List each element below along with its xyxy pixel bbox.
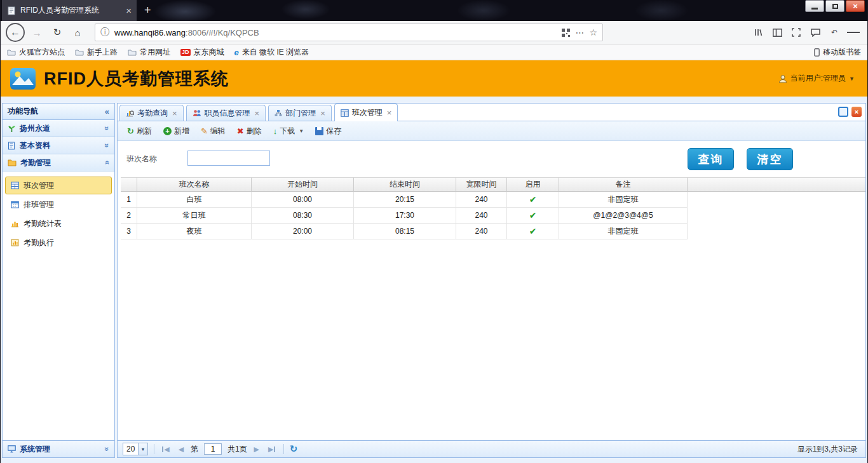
cell-enabled: ✔ — [507, 208, 559, 224]
sidebar-group-attendance[interactable]: 考勤管理 » — [3, 154, 114, 171]
edit-button[interactable]: ✎ 编辑 — [196, 124, 230, 138]
table-row[interactable]: 1 白班 08:00 20:15 240 ✔ 非固定班 — [121, 192, 865, 208]
bookmark-label: 常用网址 — [140, 47, 170, 58]
browser-tab[interactable]: RFID人员考勤管理系统 × — [2, 0, 137, 21]
url-bar[interactable]: ⓘ www.hanqi86.wang:8006/#!/Kq/KQPCB ⋯ ☆ — [95, 23, 603, 41]
enabled-check-icon[interactable]: ✔ — [529, 211, 537, 220]
maximize-panel-icon[interactable] — [838, 107, 848, 117]
site-info-icon[interactable]: ⓘ — [100, 27, 109, 38]
chevron-down-icon: » — [103, 126, 112, 131]
cell-shift-name: 白班 — [137, 192, 252, 208]
tab-close-icon[interactable]: × — [320, 109, 325, 117]
download-button[interactable]: ↓ 下载 ▼ — [269, 124, 308, 138]
sidebar-group-label: 系统管理 — [20, 444, 50, 455]
cell-end-time: 08:15 — [354, 224, 456, 239]
grid-refresh-icon[interactable]: ↻ — [290, 443, 298, 455]
monitor-icon — [8, 445, 16, 453]
sidebar-group-system[interactable]: 系统管理 » — [3, 440, 114, 457]
filter-bar: 班次名称 查询 清空 — [118, 141, 865, 177]
column-header-start-time[interactable]: 开始时间 — [252, 177, 354, 192]
tab-close-icon[interactable]: × — [172, 109, 177, 117]
delete-button[interactable]: ✖ 删除 — [233, 124, 266, 138]
sidebar-items: 班次管理 排班管理 考勤统计表 考勤执行 — [3, 171, 114, 440]
bookmark-item[interactable]: 火狐官方站点 — [7, 47, 65, 58]
data-grid: 班次名称 开始时间 结束时间 宽限时间 启用 备注 1 白班 08:00 20:… — [118, 177, 865, 440]
page-favicon — [7, 6, 16, 15]
next-page-button[interactable]: ▶ — [251, 443, 262, 455]
refresh-icon: ↻ — [127, 127, 134, 135]
home-button[interactable]: ⌂ — [69, 24, 86, 41]
url-host: www.hanqi86.wang — [114, 28, 186, 37]
sidebar-item-attendance-stats[interactable]: 考勤统计表 — [5, 215, 112, 232]
bookmark-item-jd[interactable]: JD 京东商城 — [180, 47, 224, 58]
maximize-button[interactable] — [825, 0, 844, 12]
tab-shift-management[interactable]: 班次管理 × — [334, 104, 398, 121]
add-button[interactable]: + 新增 — [159, 124, 194, 138]
bookmark-item-ie[interactable]: e 来自 微软 IE 浏览器 — [234, 47, 309, 58]
shift-name-input[interactable] — [187, 151, 270, 166]
sidebar-group-yangzhou[interactable]: 扬州永道 » — [3, 120, 114, 137]
bar-chart-icon — [11, 220, 19, 227]
page-number-input[interactable] — [204, 443, 222, 455]
query-button[interactable]: 查询 — [688, 148, 734, 170]
enabled-check-icon[interactable]: ✔ — [529, 195, 537, 204]
table-icon — [341, 109, 349, 117]
sidebar-item-shift-management[interactable]: 班次管理 — [5, 177, 112, 194]
next-icon: ▶ — [268, 445, 273, 453]
sidebar-item-attendance-exec[interactable]: 考勤执行 — [5, 234, 112, 252]
sidebar-collapse-icon[interactable]: « — [105, 107, 109, 116]
bookmarks-bar: 火狐官方站点 新手上路 常用网址 JD 京东商城 e 来自 微软 IE 浏览器 … — [1, 44, 867, 60]
restore-session-icon[interactable]: ↶ — [828, 26, 841, 39]
minimize-button[interactable] — [805, 0, 824, 12]
table-row[interactable]: 2 常日班 08:30 17:30 240 ✔ @1@2@3@4@5 — [121, 208, 865, 224]
tab-close-icon[interactable]: × — [255, 109, 260, 117]
column-header-enabled[interactable]: 启用 — [507, 177, 559, 192]
prev-page-button[interactable]: ◀ — [175, 443, 187, 455]
tab-close-icon[interactable]: × — [126, 6, 132, 15]
app-header: RFID人员考勤管理系统 当前用户:管理员 ▼ — [1, 60, 867, 97]
reload-button[interactable]: ↻ — [49, 24, 65, 41]
enabled-check-icon[interactable]: ✔ — [529, 227, 537, 236]
page-label-pre: 第 — [191, 444, 198, 455]
close-button[interactable]: × — [846, 0, 865, 12]
tab-close-icon[interactable]: × — [387, 109, 392, 117]
back-button[interactable]: ← — [6, 23, 25, 42]
column-header-shift-name[interactable]: 班次名称 — [137, 177, 252, 192]
table-row[interactable]: 3 夜班 20:00 08:15 240 ✔ 非固定班 — [121, 224, 865, 239]
page-actions-icon[interactable]: ⋯ — [575, 27, 584, 37]
first-page-button[interactable]: ◀ — [160, 443, 172, 455]
cell-note: 非固定班 — [559, 192, 688, 208]
user-menu[interactable]: 当前用户:管理员 ▼ — [778, 73, 858, 84]
shift-name-label: 班次名称 — [126, 154, 157, 164]
bookmark-star-icon[interactable]: ☆ — [589, 27, 597, 37]
last-page-button[interactable]: ▶ — [266, 443, 278, 455]
bookmark-item[interactable]: 新手上路 — [75, 47, 118, 58]
tab-attendance-query[interactable]: 考勤查询 × — [119, 105, 184, 121]
mobile-bookmarks[interactable]: 移动版书签 — [814, 47, 861, 58]
sidebar-toggle-icon[interactable] — [771, 26, 783, 39]
messages-icon[interactable] — [809, 26, 822, 39]
tab-staff-info[interactable]: 职员信息管理 × — [186, 105, 266, 121]
refresh-button[interactable]: ↻ 刷新 — [123, 124, 156, 138]
sidebar-item-scheduling[interactable]: 排班管理 — [5, 196, 112, 213]
cell-grace-time: 240 — [456, 192, 507, 208]
qr-scan-icon[interactable] — [562, 29, 570, 37]
screenshot-icon[interactable] — [790, 26, 803, 39]
column-header-note[interactable]: 备注 — [559, 177, 688, 192]
column-header-end-time[interactable]: 结束时间 — [354, 177, 456, 192]
record-summary: 显示1到3,共3记录 — [797, 444, 860, 455]
page-size-select[interactable]: 20 ▼ — [123, 443, 148, 455]
forward-button[interactable]: → — [29, 24, 45, 41]
tab-department[interactable]: 部门管理 × — [268, 105, 332, 121]
library-icon[interactable] — [752, 26, 764, 39]
clear-button[interactable]: 清空 — [747, 148, 793, 170]
folder-icon — [75, 49, 84, 56]
user-caret-icon: ▼ — [849, 76, 855, 82]
save-button[interactable]: 保存 — [311, 124, 346, 138]
new-tab-button[interactable]: + — [137, 0, 159, 21]
menu-icon[interactable] — [847, 26, 860, 39]
close-panel-icon[interactable]: × — [851, 107, 862, 117]
column-header-grace-time[interactable]: 宽限时间 — [456, 177, 507, 192]
sidebar-group-basic[interactable]: 基本资料 » — [3, 137, 114, 154]
bookmark-item[interactable]: 常用网址 — [128, 47, 170, 58]
